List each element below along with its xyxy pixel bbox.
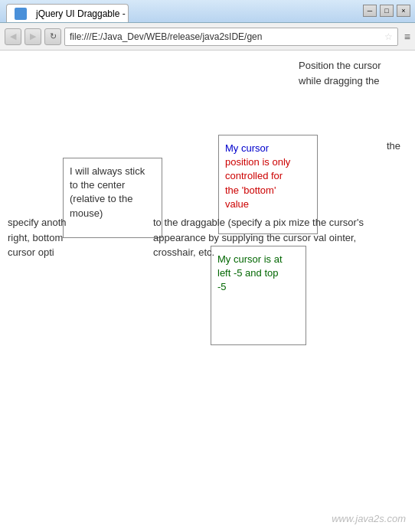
box2-line3: controlled for [225,170,283,181]
maximize-button[interactable]: □ [380,5,394,17]
back-button[interactable]: ◀ [5,28,21,45]
top-text-the: the [387,139,410,154]
top-text-line2: while dragging the [299,75,380,86]
window-controls: ─ □ × [363,5,410,17]
top-text-cont: the [387,140,400,152]
body-col1-text: specify anoth right, bottom cursor opti [8,217,67,258]
bookmark-icon[interactable]: ☆ [384,31,393,42]
url-bar[interactable]: file:///E:/Java_Dev/WEB/release/java2sID… [64,28,398,46]
box3-line3: -5 [217,281,227,292]
body-col2-text: to the draggable (specify a pix mize the… [153,217,364,258]
box1-text: I will always stick to the center (relat… [70,165,145,219]
drag-box-cursor-pos[interactable]: My cursor is at left -5 and top -5 [211,246,306,345]
box2-line5: value [225,198,249,210]
page-content: Position the cursor while dragging the t… [0,51,415,532]
box2-line1: My cursor [225,142,269,154]
watermark-text: www.java2s.com [332,513,406,524]
browser-tab[interactable]: jQuery UI Draggable - Cur × [6,4,129,22]
top-paragraph: Position the cursor while dragging the [299,58,410,88]
tab-label: jQuery UI Draggable - Cur [36,8,129,19]
tab-icon [15,8,27,20]
drag-box-center[interactable]: I will always stick to the center (relat… [63,158,162,238]
titlebar: jQuery UI Draggable - Cur × ─ □ × [0,0,415,23]
url-text: file:///E:/Java_Dev/WEB/release/java2sID… [70,31,381,42]
close-window-button[interactable]: × [397,5,410,17]
forward-button[interactable]: ▶ [25,28,41,45]
box2-line4: the 'bottom' [225,184,276,196]
refresh-button[interactable]: ↻ [44,28,61,45]
minimize-button[interactable]: ─ [363,5,377,17]
browser-menu-icon[interactable]: ≡ [404,31,410,43]
tab-area: jQuery UI Draggable - Cur × [6,0,409,22]
addressbar: ◀ ▶ ↻ file:///E:/Java_Dev/WEB/release/ja… [0,23,415,51]
box2-line2: position is only [225,156,290,168]
watermark: www.java2s.com [332,512,406,526]
body-text-col2: to the draggable (specify a pix mize the… [153,215,368,260]
box3-line2: left -5 and top [217,267,279,279]
top-text-line1: Position the cursor [299,60,381,71]
body-text-col1: specify anoth right, bottom cursor opti [8,215,69,260]
